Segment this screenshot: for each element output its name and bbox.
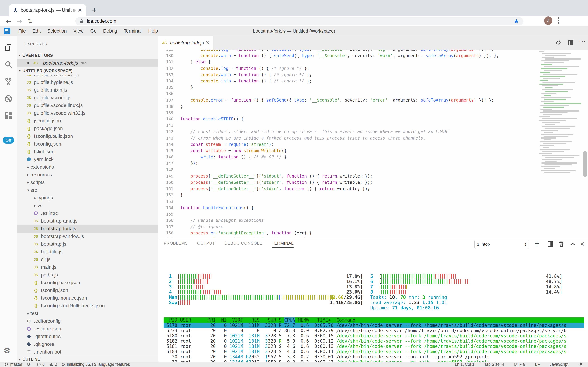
tree-item-src[interactable]: ▾src xyxy=(17,186,158,194)
menu-item-debug[interactable]: Debug xyxy=(100,28,120,34)
tree-item-bootstrap-amd.js[interactable]: JSbootstrap-amd.js xyxy=(17,217,158,225)
workspace-section[interactable]: ▾ UNTITLED (WORKSPACE) xyxy=(17,67,158,75)
htop-table-header[interactable]: PID USER PRI NI VIRT RES SHR S CPU% MEM%… xyxy=(164,317,584,323)
offline-toggle-badge[interactable]: Off xyxy=(3,137,14,144)
panel-tab-output[interactable]: OUTPUT xyxy=(197,241,215,248)
new-tab-button[interactable]: + xyxy=(92,6,97,14)
tree-item-typings[interactable]: ▸typings xyxy=(17,194,158,202)
tree-item-.eslintrc.json[interactable]: .eslintrc.json xyxy=(17,325,158,333)
search-icon[interactable] xyxy=(4,60,13,69)
htop-process-row[interactable]: 5182 root 20 0 1021M 181M 3328 R 5.3 0.6… xyxy=(164,338,584,344)
tree-item-tsconfig.monaco.json[interactable]: {}tsconfig.monaco.json xyxy=(17,294,158,302)
outline-section[interactable]: ▸ OUTLINE xyxy=(17,355,158,362)
tree-item-tsconfig.json[interactable]: {}tsconfig.json xyxy=(17,140,158,148)
close-icon[interactable]: ✕ xyxy=(26,60,30,66)
tab-close-icon[interactable]: ✕ xyxy=(78,7,82,13)
close-panel-icon[interactable]: ✕ xyxy=(580,241,588,249)
debug-icon[interactable] xyxy=(4,95,13,103)
tree-item-tsconfig.base.json[interactable]: {}tsconfig.base.json xyxy=(17,279,158,286)
status-spinner[interactable]: ⟳Initializing JS/TS language features xyxy=(62,362,130,367)
forward-icon[interactable]: → xyxy=(17,18,22,25)
split-editor-icon[interactable] xyxy=(567,39,574,47)
tree-item-gulpfile.extensions.js[interactable]: JSgulpfile.extensions.js xyxy=(17,75,158,78)
htop-process-row[interactable]: 20 root 20 0 1344M 62052 1952 S 3.3 0.2 … xyxy=(164,354,584,359)
tree-item-bootstrap.js[interactable]: JSbootstrap.js xyxy=(17,240,158,248)
tree-item-.gitattributes[interactable]: .gitattributes xyxy=(17,333,158,340)
open-editors-section[interactable]: ▾ OPEN EDITORS xyxy=(17,51,158,59)
status-ln-1-col-1[interactable]: Ln 1, Col 1 xyxy=(455,362,474,367)
url-bar[interactable]: ide.coder.com ★ xyxy=(75,17,523,25)
menu-item-view[interactable]: View xyxy=(70,28,87,34)
minimap[interactable] xyxy=(538,50,582,238)
menu-item-edit[interactable]: Edit xyxy=(29,28,44,34)
status-utf-8[interactable]: UTF-8 xyxy=(514,362,525,367)
more-actions-icon[interactable]: ⋯ xyxy=(579,37,586,45)
back-icon[interactable]: ← xyxy=(6,18,11,25)
tree-item-resources[interactable]: ▸resources xyxy=(17,171,158,179)
browser-menu-icon[interactable]: ••• xyxy=(558,17,560,24)
terminal-select[interactable]: 1: htop ▲▼ xyxy=(474,240,529,249)
tree-item-tsconfig.json[interactable]: {}tsconfig.json xyxy=(17,286,158,294)
tree-item-gulpfile.vscode.js[interactable]: JSgulpfile.vscode.js xyxy=(17,94,158,101)
code-editor[interactable]: 129 console.log = function () { safeSend… xyxy=(158,50,588,238)
panel-tab-terminal[interactable]: TERMINAL xyxy=(272,241,294,248)
status-warning[interactable]: 0 xyxy=(49,362,57,367)
maximize-panel-icon[interactable] xyxy=(569,240,577,248)
tree-item-gulpfile.vscode.win32.js[interactable]: JSgulpfile.vscode.win32.js xyxy=(17,109,158,117)
tree-item-scripts[interactable]: ▸scripts xyxy=(17,179,158,186)
panel-tab-debug-console[interactable]: DEBUG CONSOLE xyxy=(224,241,262,248)
status-tab-size-4[interactable]: Tab Size: 4 xyxy=(484,362,504,367)
browser-tab[interactable]: bootstrap-fork.js — Untitled (W ✕ xyxy=(9,4,86,16)
notifications-bell-icon[interactable] xyxy=(578,362,583,367)
tree-item-gulpfile.mixin.js[interactable]: JSgulpfile.mixin.js xyxy=(17,86,158,94)
tree-item-gulpfile.vscode.linux.js[interactable]: JSgulpfile.vscode.linux.js xyxy=(17,101,158,109)
status-sync[interactable]: ⟳ xyxy=(27,362,32,367)
kill-terminal-trash-icon[interactable] xyxy=(558,240,566,248)
editor-tab[interactable]: JS bootstrap-fork.js ✕ xyxy=(158,36,213,50)
tree-item-.eslintrc[interactable]: .eslintrc xyxy=(17,209,158,217)
tree-item-gulpfile.hygiene.js[interactable]: JSgulpfile.hygiene.js xyxy=(17,78,158,86)
tree-item-.gitignore[interactable]: .gitignore xyxy=(17,340,158,348)
status-error[interactable]: 0 xyxy=(37,362,45,367)
tree-item-bootstrap-window.js[interactable]: JSbootstrap-window.js xyxy=(17,233,158,240)
bookmark-star-icon[interactable]: ★ xyxy=(513,18,519,25)
tree-item-extensions[interactable]: ▸extensions xyxy=(17,163,158,171)
tree-item-vs[interactable]: ▸vs xyxy=(17,202,158,209)
settings-gear-icon[interactable]: ⚙ xyxy=(3,346,10,355)
tab-close-icon[interactable]: ✕ xyxy=(206,40,210,46)
htop-process-row[interactable]: 5233 root 20 0 0 0 0 Z 36.3 0.0 0:02.79 … xyxy=(164,328,584,333)
tree-item-tsconfig.build.json[interactable]: {}tsconfig.build.json xyxy=(17,132,158,140)
browser-avatar[interactable]: J xyxy=(544,17,553,25)
editor-scrollbar[interactable] xyxy=(583,151,587,177)
tree-item-main.js[interactable]: JSmain.js xyxy=(17,263,158,271)
tree-item-yarn.lock[interactable]: yarn.lock xyxy=(17,156,158,163)
htop-process-row[interactable]: 5180 root 20 0 1021M 181M 3328 S 7.3 0.6… xyxy=(164,333,584,338)
htop-process-row[interactable]: 5181 root 20 0 1021M 181M 3328 S 4.6 0.6… xyxy=(164,344,584,349)
panel-tab-problems[interactable]: PROBLEMS xyxy=(164,241,188,248)
reload-icon[interactable]: ↻ xyxy=(28,18,33,25)
tree-item-tslint.json[interactable]: {}tslint.json xyxy=(17,148,158,156)
status-lf[interactable]: LF xyxy=(535,362,540,367)
open-editor-item[interactable]: ✕ JS bootstrap-fork.js src xyxy=(17,59,158,67)
tree-item-cli.js[interactable]: JScli.js xyxy=(17,256,158,263)
tree-item-test[interactable]: ▸test xyxy=(17,309,158,317)
explorer-icon[interactable] xyxy=(4,43,13,52)
menu-item-terminal[interactable]: Terminal xyxy=(120,28,145,34)
status-branch[interactable]: master xyxy=(5,362,22,367)
htop-process-row[interactable]: 5178 root 20 0 1021M 181M 3328 R 72.7 0.… xyxy=(164,323,584,328)
tree-item-.mention-bot[interactable]: ☰.mention-bot xyxy=(17,348,158,355)
open-changes-icon[interactable] xyxy=(555,39,562,47)
tree-item-.editorconfig[interactable]: ⚙.editorconfig xyxy=(17,317,158,325)
menu-item-help[interactable]: Help xyxy=(145,28,161,34)
source-control-icon[interactable] xyxy=(4,77,13,86)
tree-item-package.json[interactable]: {}package.json xyxy=(17,125,158,132)
menu-item-selection[interactable]: Selection xyxy=(44,28,70,34)
tree-item-buildfile.js[interactable]: JSbuildfile.js xyxy=(17,248,158,256)
tree-item-tsconfig.strictNullChecks.json[interactable]: {}tsconfig.strictNullChecks.json xyxy=(17,302,158,309)
status-javascript[interactable]: JavaScript xyxy=(550,362,568,367)
tree-item-bootstrap-fork.js[interactable]: JSbootstrap-fork.js xyxy=(17,225,158,233)
new-terminal-icon[interactable]: + xyxy=(535,239,542,247)
tree-item-jsconfig.json[interactable]: {}jsconfig.json xyxy=(17,117,158,125)
htop-process-row[interactable]: 5183 root 20 0 1021M 181M 3328 S 4.0 0.6… xyxy=(164,349,584,354)
menu-item-go[interactable]: Go xyxy=(87,28,100,34)
